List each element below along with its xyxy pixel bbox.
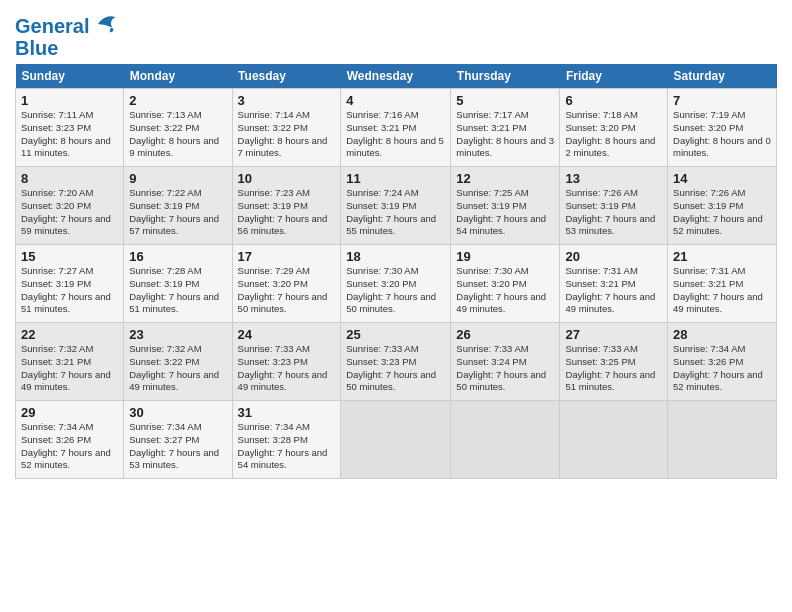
- calendar-day-cell: 22Sunrise: 7:32 AM Sunset: 3:21 PM Dayli…: [16, 323, 124, 401]
- calendar-week-row: 29Sunrise: 7:34 AM Sunset: 3:26 PM Dayli…: [16, 401, 777, 479]
- day-number: 5: [456, 93, 554, 108]
- day-number: 10: [238, 171, 336, 186]
- day-number: 8: [21, 171, 118, 186]
- calendar-day-cell: 19Sunrise: 7:30 AM Sunset: 3:20 PM Dayli…: [451, 245, 560, 323]
- day-info: Sunrise: 7:13 AM Sunset: 3:22 PM Dayligh…: [129, 109, 226, 160]
- day-number: 29: [21, 405, 118, 420]
- calendar-day-cell: 28Sunrise: 7:34 AM Sunset: 3:26 PM Dayli…: [668, 323, 777, 401]
- logo: General Blue: [15, 14, 119, 58]
- day-info: Sunrise: 7:32 AM Sunset: 3:22 PM Dayligh…: [129, 343, 226, 394]
- day-info: Sunrise: 7:34 AM Sunset: 3:26 PM Dayligh…: [673, 343, 771, 394]
- day-number: 30: [129, 405, 226, 420]
- calendar-week-row: 15Sunrise: 7:27 AM Sunset: 3:19 PM Dayli…: [16, 245, 777, 323]
- day-number: 25: [346, 327, 445, 342]
- day-info: Sunrise: 7:14 AM Sunset: 3:22 PM Dayligh…: [238, 109, 336, 160]
- calendar-day-cell: 6Sunrise: 7:18 AM Sunset: 3:20 PM Daylig…: [560, 89, 668, 167]
- calendar-header-row: SundayMondayTuesdayWednesdayThursdayFrid…: [16, 64, 777, 89]
- day-number: 13: [565, 171, 662, 186]
- calendar-day-cell: 5Sunrise: 7:17 AM Sunset: 3:21 PM Daylig…: [451, 89, 560, 167]
- day-number: 17: [238, 249, 336, 264]
- calendar-day-cell: [341, 401, 451, 479]
- day-number: 20: [565, 249, 662, 264]
- day-number: 24: [238, 327, 336, 342]
- day-info: Sunrise: 7:33 AM Sunset: 3:23 PM Dayligh…: [346, 343, 445, 394]
- calendar-day-cell: 18Sunrise: 7:30 AM Sunset: 3:20 PM Dayli…: [341, 245, 451, 323]
- calendar-day-cell: 14Sunrise: 7:26 AM Sunset: 3:19 PM Dayli…: [668, 167, 777, 245]
- calendar-week-row: 22Sunrise: 7:32 AM Sunset: 3:21 PM Dayli…: [16, 323, 777, 401]
- day-number: 22: [21, 327, 118, 342]
- logo-blue: Blue: [15, 38, 119, 58]
- logo-general: General: [15, 15, 89, 37]
- calendar-day-cell: 2Sunrise: 7:13 AM Sunset: 3:22 PM Daylig…: [124, 89, 232, 167]
- calendar-day-cell: 26Sunrise: 7:33 AM Sunset: 3:24 PM Dayli…: [451, 323, 560, 401]
- header: General Blue: [15, 10, 777, 58]
- day-info: Sunrise: 7:17 AM Sunset: 3:21 PM Dayligh…: [456, 109, 554, 160]
- day-info: Sunrise: 7:28 AM Sunset: 3:19 PM Dayligh…: [129, 265, 226, 316]
- day-info: Sunrise: 7:31 AM Sunset: 3:21 PM Dayligh…: [673, 265, 771, 316]
- day-info: Sunrise: 7:29 AM Sunset: 3:20 PM Dayligh…: [238, 265, 336, 316]
- day-info: Sunrise: 7:26 AM Sunset: 3:19 PM Dayligh…: [565, 187, 662, 238]
- calendar-day-cell: 13Sunrise: 7:26 AM Sunset: 3:19 PM Dayli…: [560, 167, 668, 245]
- day-number: 31: [238, 405, 336, 420]
- day-info: Sunrise: 7:30 AM Sunset: 3:20 PM Dayligh…: [346, 265, 445, 316]
- calendar-day-cell: 8Sunrise: 7:20 AM Sunset: 3:20 PM Daylig…: [16, 167, 124, 245]
- day-number: 19: [456, 249, 554, 264]
- calendar-day-cell: 23Sunrise: 7:32 AM Sunset: 3:22 PM Dayli…: [124, 323, 232, 401]
- day-of-week-header: Monday: [124, 64, 232, 89]
- calendar-day-cell: 17Sunrise: 7:29 AM Sunset: 3:20 PM Dayli…: [232, 245, 341, 323]
- calendar-week-row: 8Sunrise: 7:20 AM Sunset: 3:20 PM Daylig…: [16, 167, 777, 245]
- day-number: 11: [346, 171, 445, 186]
- calendar-day-cell: 16Sunrise: 7:28 AM Sunset: 3:19 PM Dayli…: [124, 245, 232, 323]
- day-of-week-header: Sunday: [16, 64, 124, 89]
- calendar-day-cell: 15Sunrise: 7:27 AM Sunset: 3:19 PM Dayli…: [16, 245, 124, 323]
- day-info: Sunrise: 7:33 AM Sunset: 3:23 PM Dayligh…: [238, 343, 336, 394]
- day-info: Sunrise: 7:32 AM Sunset: 3:21 PM Dayligh…: [21, 343, 118, 394]
- day-number: 21: [673, 249, 771, 264]
- day-number: 15: [21, 249, 118, 264]
- day-info: Sunrise: 7:27 AM Sunset: 3:19 PM Dayligh…: [21, 265, 118, 316]
- day-number: 12: [456, 171, 554, 186]
- calendar-day-cell: 20Sunrise: 7:31 AM Sunset: 3:21 PM Dayli…: [560, 245, 668, 323]
- calendar-day-cell: 21Sunrise: 7:31 AM Sunset: 3:21 PM Dayli…: [668, 245, 777, 323]
- day-of-week-header: Tuesday: [232, 64, 341, 89]
- day-info: Sunrise: 7:31 AM Sunset: 3:21 PM Dayligh…: [565, 265, 662, 316]
- calendar-day-cell: 12Sunrise: 7:25 AM Sunset: 3:19 PM Dayli…: [451, 167, 560, 245]
- day-number: 26: [456, 327, 554, 342]
- calendar-day-cell: 30Sunrise: 7:34 AM Sunset: 3:27 PM Dayli…: [124, 401, 232, 479]
- day-number: 23: [129, 327, 226, 342]
- calendar-body: 1Sunrise: 7:11 AM Sunset: 3:23 PM Daylig…: [16, 89, 777, 479]
- day-number: 9: [129, 171, 226, 186]
- day-info: Sunrise: 7:30 AM Sunset: 3:20 PM Dayligh…: [456, 265, 554, 316]
- day-of-week-header: Thursday: [451, 64, 560, 89]
- calendar-day-cell: [560, 401, 668, 479]
- day-number: 27: [565, 327, 662, 342]
- calendar-table: SundayMondayTuesdayWednesdayThursdayFrid…: [15, 64, 777, 479]
- calendar-day-cell: 31Sunrise: 7:34 AM Sunset: 3:28 PM Dayli…: [232, 401, 341, 479]
- calendar-day-cell: 1Sunrise: 7:11 AM Sunset: 3:23 PM Daylig…: [16, 89, 124, 167]
- calendar-day-cell: 4Sunrise: 7:16 AM Sunset: 3:21 PM Daylig…: [341, 89, 451, 167]
- day-number: 16: [129, 249, 226, 264]
- day-number: 28: [673, 327, 771, 342]
- day-info: Sunrise: 7:26 AM Sunset: 3:19 PM Dayligh…: [673, 187, 771, 238]
- day-number: 1: [21, 93, 118, 108]
- day-info: Sunrise: 7:34 AM Sunset: 3:28 PM Dayligh…: [238, 421, 336, 472]
- calendar-day-cell: 29Sunrise: 7:34 AM Sunset: 3:26 PM Dayli…: [16, 401, 124, 479]
- day-info: Sunrise: 7:25 AM Sunset: 3:19 PM Dayligh…: [456, 187, 554, 238]
- calendar-day-cell: [668, 401, 777, 479]
- day-info: Sunrise: 7:18 AM Sunset: 3:20 PM Dayligh…: [565, 109, 662, 160]
- day-number: 2: [129, 93, 226, 108]
- calendar-container: General Blue SundayMondayTuesdayWednesda…: [0, 0, 792, 489]
- day-number: 14: [673, 171, 771, 186]
- day-info: Sunrise: 7:33 AM Sunset: 3:24 PM Dayligh…: [456, 343, 554, 394]
- calendar-day-cell: 9Sunrise: 7:22 AM Sunset: 3:19 PM Daylig…: [124, 167, 232, 245]
- calendar-day-cell: 3Sunrise: 7:14 AM Sunset: 3:22 PM Daylig…: [232, 89, 341, 167]
- day-info: Sunrise: 7:33 AM Sunset: 3:25 PM Dayligh…: [565, 343, 662, 394]
- logo-bird-icon: [91, 10, 119, 38]
- day-info: Sunrise: 7:22 AM Sunset: 3:19 PM Dayligh…: [129, 187, 226, 238]
- calendar-day-cell: 7Sunrise: 7:19 AM Sunset: 3:20 PM Daylig…: [668, 89, 777, 167]
- day-number: 6: [565, 93, 662, 108]
- calendar-day-cell: 25Sunrise: 7:33 AM Sunset: 3:23 PM Dayli…: [341, 323, 451, 401]
- day-info: Sunrise: 7:20 AM Sunset: 3:20 PM Dayligh…: [21, 187, 118, 238]
- day-info: Sunrise: 7:24 AM Sunset: 3:19 PM Dayligh…: [346, 187, 445, 238]
- day-of-week-header: Wednesday: [341, 64, 451, 89]
